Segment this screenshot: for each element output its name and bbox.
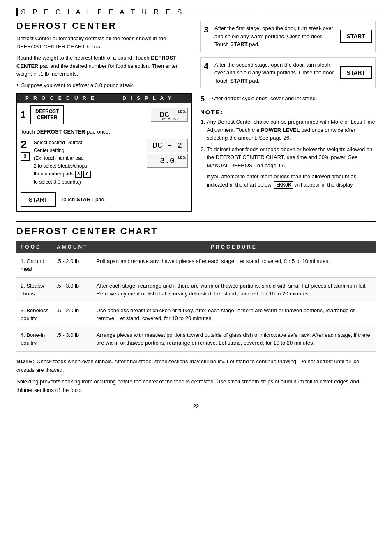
- step2-displays: DC – 2 3.0 LBS.: [147, 139, 188, 168]
- cell-food: 3. Bonelesspoultry: [16, 302, 53, 327]
- cell-amount: .5 - 2.0 lb: [53, 302, 92, 327]
- error-box: ERROR: [274, 181, 293, 189]
- note-heading: NOTE:: [200, 108, 376, 115]
- cell-amount: .5 - 3.0 lb: [53, 277, 92, 302]
- step2-line3: (Ex: touch number pad: [34, 154, 143, 162]
- note-list: Any Defrost Center choice can be program…: [200, 118, 376, 189]
- start-button[interactable]: START: [21, 192, 56, 207]
- cell-food: 2. Steaks/chops: [16, 277, 53, 302]
- dashed-divider: [188, 12, 376, 12]
- step1-touch-text: Touch DEFROST CENTER pad once.: [21, 129, 188, 135]
- col-header-procedure: PROCEDURE: [92, 241, 376, 253]
- cell-food: 4. Bone-inpoultry: [16, 327, 53, 351]
- cell-procedure: Use boneless breast of chicken or turkey…: [92, 302, 376, 327]
- start-touch-text: Touch START pad.: [61, 196, 106, 203]
- number-box-3: 3: [75, 171, 82, 178]
- defrost-para2: Round the weight to the nearest tenth of…: [16, 54, 192, 78]
- right-column: 3 After the first stage, open the door, …: [200, 21, 376, 214]
- step5-row: 5 After defrost cycle ends, cover and le…: [200, 93, 376, 104]
- col-header-amount: AMOUNT: [53, 241, 92, 253]
- defrost-center-button[interactable]: DEFROST CENTER: [30, 105, 64, 124]
- note-item-2-extra: If you attempt to enter more or less tha…: [207, 173, 376, 189]
- step3-text: After the first stage, open the door, tu…: [214, 24, 336, 48]
- step5-text: After defrost cycle ends, cover and let …: [212, 94, 376, 103]
- step2-area: 2 2 Select desired Defrost Center settin…: [17, 136, 191, 189]
- left-column: DEFROST CENTER Defrost Center automatica…: [16, 21, 192, 214]
- table-row: 4. Bone-inpoultry .5 - 3.0 lb Arrange pi…: [16, 327, 376, 351]
- defrost-sublabel: DEFROST: [160, 117, 178, 121]
- col-header-food: FOOD: [16, 241, 53, 253]
- defrost-para1: Defrost Center automatically defrosts al…: [16, 35, 192, 51]
- cell-procedure: Pull apart and remove any thawed pieces …: [92, 253, 376, 278]
- bottom-note-1: NOTE: Check foods when oven signals. Aft…: [16, 357, 376, 375]
- page-number: 22: [16, 403, 376, 409]
- step2-left: 2 2: [21, 139, 30, 161]
- step2-line6: to select 3.0 pounds.): [34, 178, 143, 186]
- table-header-row: P R O C E D U R E D I S P L A Y: [17, 94, 191, 103]
- special-features-header: S P E C I A L F E A T U R E S: [16, 8, 376, 16]
- cell-amount: .5 - 2.0 lb: [53, 253, 92, 278]
- step4-text: After the second stage, open the door, t…: [214, 61, 336, 85]
- chart-heading: DEFROST CENTER CHART: [16, 226, 376, 237]
- start-button-row: START Touch START pad.: [17, 189, 191, 211]
- cell-procedure: Arrange pieces with meatiest portions to…: [92, 327, 376, 351]
- note-item-2: To defrost other foods or foods above or…: [207, 145, 376, 189]
- defrost-button-line1: DEFROST: [35, 108, 59, 115]
- lbs-label: LBS.: [178, 109, 186, 113]
- step2-description: Select desired Defrost Center setting. (…: [34, 139, 143, 186]
- chart-header-row: FOOD AMOUNT PROCEDURE: [16, 241, 376, 253]
- display-30: 3.0 LBS.: [147, 154, 188, 168]
- section-divider: [16, 221, 376, 222]
- special-features-title: S P E C I A L F E A T U R E S: [21, 8, 184, 16]
- step1-number: 1: [21, 109, 27, 120]
- procedure-display-table: P R O C E D U R E D I S P L A Y 1 DEFROS…: [16, 93, 192, 212]
- lbs-sm: LBS.: [178, 155, 186, 159]
- step1-row: 1 DEFROST CENTER DC – LBS. DEFROST: [17, 103, 191, 127]
- number-box-0: 0: [83, 171, 91, 178]
- display-dc2: DC – 2: [147, 139, 188, 152]
- step3-row: 3 After the first stage, open the door, …: [200, 21, 376, 52]
- main-layout: DEFROST CENTER Defrost Center automatica…: [16, 21, 376, 214]
- cell-amount: .5 - 3.0 lb: [53, 327, 92, 351]
- step3-start-button[interactable]: START: [340, 30, 372, 43]
- note-bold-label: NOTE:: [16, 358, 35, 364]
- bottom-note-1-text: Check foods when oven signals. After fin…: [16, 358, 359, 373]
- step2-line5: then number pads 3,0: [34, 170, 143, 178]
- step5-number: 5: [200, 93, 208, 104]
- table-row: 1. Groundmeat .5 - 2.0 lb Pull apart and…: [16, 253, 376, 278]
- bullet-text: Suppose you want to defrost a 3.0 pound …: [21, 82, 134, 88]
- bullet-dot: •: [16, 81, 19, 89]
- step2-line2: Center setting.: [34, 147, 143, 154]
- table-row: 2. Steaks/chops .5 - 3.0 lb After each s…: [16, 277, 376, 302]
- procedure-col-header: P R O C E D U R E: [17, 94, 104, 103]
- step4-row: 4 After the second stage, open the door,…: [200, 57, 376, 89]
- defrost-button-line2: CENTER: [35, 115, 59, 121]
- step4-start-button[interactable]: START: [340, 66, 372, 79]
- bottom-note-2: Shielding prevents cooking from occurrin…: [16, 378, 376, 395]
- cell-food: 1. Groundmeat: [16, 253, 53, 278]
- table-row: 3. Bonelesspoultry .5 - 2.0 lb Use bonel…: [16, 302, 376, 327]
- step3-number: 3: [204, 24, 211, 35]
- step2-line1: Select desired Defrost: [34, 139, 143, 147]
- step2-number: 2: [21, 139, 30, 150]
- defrost-chart-table: FOOD AMOUNT PROCEDURE 1. Groundmeat .5 -…: [16, 241, 376, 352]
- defrost-center-heading: DEFROST CENTER: [16, 21, 192, 31]
- step4-number: 4: [204, 61, 211, 71]
- display-col-header: D I S P L A Y: [104, 94, 191, 103]
- step2-line4: 2 to select Steaks/chops: [34, 162, 143, 170]
- note-item-1: Any Defrost Center choice can be program…: [207, 118, 376, 142]
- cell-procedure: After each stage, rearrange and if there…: [92, 277, 376, 302]
- bullet-item: • Suppose you want to defrost a 3.0 poun…: [16, 81, 192, 89]
- number-box-2: 2: [21, 152, 30, 161]
- step1-display: DC – LBS. DEFROST: [151, 108, 188, 122]
